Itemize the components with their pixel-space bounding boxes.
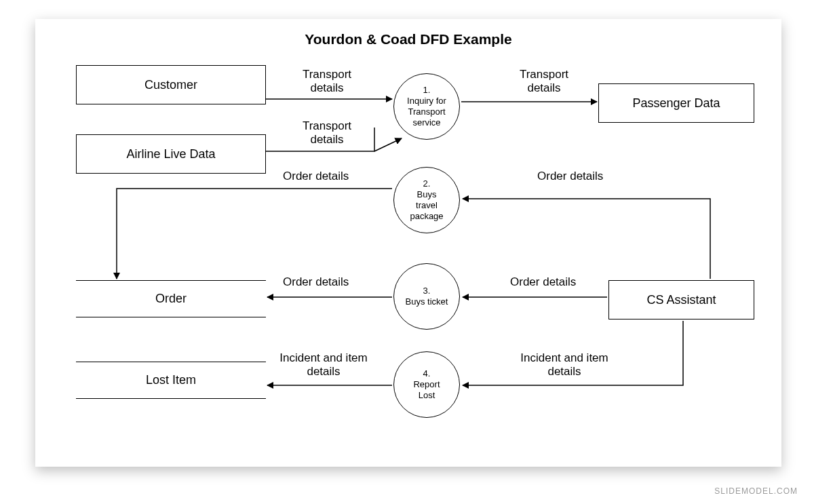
flow-label-cs-to-p2: Order details (537, 170, 603, 183)
process-4-num: 4. (423, 368, 431, 379)
process-3: 3. Buys ticket (393, 263, 460, 330)
process-4-l1: Report (413, 379, 440, 390)
svg-line-1 (374, 138, 402, 151)
process-2-l3: package (410, 211, 443, 222)
watermark: SLIDEMODEL.COM (714, 486, 798, 496)
process-1-l3: service (412, 117, 440, 128)
process-4-l2: Lost (419, 390, 435, 401)
datastore-order-label: Order (155, 292, 187, 306)
flow-label-p1-to-passenger: Transportdetails (497, 68, 592, 96)
process-2-l1: Buys (417, 189, 437, 200)
entity-passenger-label: Passenger Data (632, 96, 720, 111)
entity-airline-label: Airline Live Data (126, 147, 215, 161)
process-1-num: 1. (423, 85, 431, 96)
datastore-lost-item: Lost Item (76, 362, 266, 399)
flow-label-p3-to-order: Order details (283, 275, 349, 289)
process-1: 1. Inquiry for Transport service (393, 73, 460, 140)
process-1-l2: Transport (408, 106, 445, 117)
entity-passenger-data: Passenger Data (598, 83, 754, 123)
process-2: 2. Buys travel package (393, 167, 460, 233)
entity-customer: Customer (76, 65, 266, 104)
slide-canvas: Yourdon & Coad DFD Example Customer Airl… (35, 19, 781, 467)
entity-cs-assistant: CS Assistant (608, 280, 754, 319)
flow-label-customer-to-p1: Transportdetails (279, 68, 374, 96)
process-4: 4. Report Lost (393, 351, 460, 418)
process-2-num: 2. (423, 178, 431, 189)
diagram-title: Yourdon & Coad DFD Example (35, 31, 781, 47)
entity-cs-label: CS Assistant (646, 293, 716, 307)
process-3-num: 3. (423, 286, 431, 296)
datastore-lost-label: Lost Item (146, 373, 196, 387)
datastore-order: Order (76, 280, 266, 317)
entity-airline: Airline Live Data (76, 134, 266, 174)
flow-label-airline-to-p1: Transportdetails (279, 119, 374, 147)
process-1-l1: Inquiry for (407, 96, 446, 106)
entity-customer-label: Customer (144, 78, 197, 92)
flow-label-cs-to-p3: Order details (510, 275, 576, 289)
flow-label-p4-to-lost: Incident and itemdetails (269, 351, 378, 379)
flow-label-cs-to-p4: Incident and itemdetails (510, 351, 619, 379)
flow-label-p2-to-order-top: Order details (283, 170, 349, 183)
process-2-l2: travel (416, 200, 438, 211)
process-3-l1: Buys ticket (406, 296, 448, 307)
